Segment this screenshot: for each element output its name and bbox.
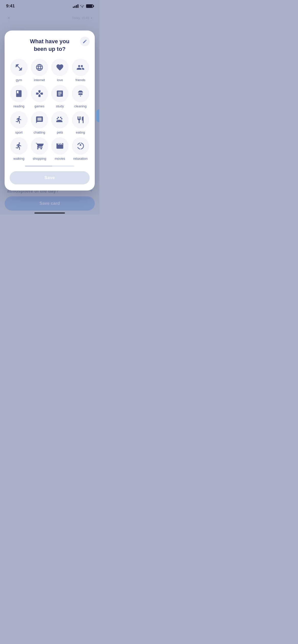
cleaning-label: cleaning xyxy=(74,104,87,108)
eating-icon xyxy=(76,116,85,124)
chatting-label: chatting xyxy=(34,130,45,134)
modal-title: What have youbeen up to? xyxy=(10,38,90,53)
activity-games[interactable]: games xyxy=(30,85,49,108)
signal-icon xyxy=(73,4,78,8)
shopping-icon-wrap xyxy=(31,137,48,155)
save-button[interactable]: Save xyxy=(10,171,90,184)
games-icon xyxy=(35,90,44,98)
activity-reading[interactable]: reading xyxy=(10,85,28,108)
activity-sport[interactable]: sport xyxy=(10,111,28,134)
cleaning-icon-wrap xyxy=(72,85,89,102)
scroll-thumb xyxy=(25,166,52,167)
activity-modal: What have youbeen up to? gym int xyxy=(5,31,95,191)
love-icon-wrap xyxy=(51,59,69,76)
chatting-icon-wrap xyxy=(31,111,48,128)
internet-icon xyxy=(35,63,44,71)
activity-cleaning[interactable]: cleaning xyxy=(71,85,90,108)
relaxation-icon xyxy=(76,142,85,150)
activity-study[interactable]: study xyxy=(51,85,69,108)
cleaning-icon xyxy=(76,90,85,98)
relaxation-icon-wrap xyxy=(72,137,89,155)
activity-shopping[interactable]: shopping xyxy=(30,137,49,160)
status-icons xyxy=(73,4,93,8)
movies-label: movies xyxy=(55,157,65,160)
home-indicator xyxy=(34,212,65,214)
edit-button[interactable] xyxy=(80,37,90,46)
study-label: study xyxy=(56,104,64,108)
games-icon-wrap xyxy=(31,85,48,102)
sport-icon xyxy=(15,116,23,124)
pets-icon-wrap xyxy=(51,111,69,128)
reading-icon xyxy=(15,90,23,98)
scroll-hint-right xyxy=(96,109,99,122)
pencil-icon xyxy=(83,39,87,44)
activity-eating[interactable]: eating xyxy=(71,111,90,134)
activity-internet[interactable]: internet xyxy=(30,59,49,82)
movies-icon-wrap xyxy=(51,137,69,155)
internet-label: internet xyxy=(34,78,45,82)
games-label: games xyxy=(34,104,44,108)
activity-movies[interactable]: movies xyxy=(51,137,69,160)
modal-header: What have youbeen up to? xyxy=(10,38,90,53)
activity-love[interactable]: love xyxy=(51,59,69,82)
activity-chatting[interactable]: chatting xyxy=(30,111,49,134)
activity-friends[interactable]: friends xyxy=(71,59,90,82)
sport-icon-wrap xyxy=(10,111,28,128)
status-bar: 9:41 xyxy=(0,0,99,11)
shopping-label: shopping xyxy=(33,157,46,160)
love-label: love xyxy=(57,78,63,82)
movies-icon xyxy=(56,142,64,150)
friends-icon xyxy=(76,63,85,71)
pets-label: pets xyxy=(57,130,63,134)
internet-icon-wrap xyxy=(31,59,48,76)
study-icon-wrap xyxy=(51,85,69,102)
wifi-icon xyxy=(80,4,85,8)
walking-label: walking xyxy=(13,157,24,160)
activity-grid: gym internet love xyxy=(10,59,90,160)
chatting-icon xyxy=(35,116,44,124)
scroll-indicator xyxy=(25,166,74,167)
activity-walking[interactable]: walking xyxy=(10,137,28,160)
sport-label: sport xyxy=(15,130,23,134)
study-icon xyxy=(56,90,64,98)
friends-label: friends xyxy=(75,78,85,82)
gym-label: gym xyxy=(16,78,22,82)
activity-gym[interactable]: gym xyxy=(10,59,28,82)
reading-label: reading xyxy=(13,104,24,108)
walking-icon-wrap xyxy=(10,137,28,155)
activity-pets[interactable]: pets xyxy=(51,111,69,134)
eating-label: eating xyxy=(76,130,85,134)
pets-icon xyxy=(56,116,64,124)
reading-icon-wrap xyxy=(10,85,28,102)
love-icon xyxy=(56,63,64,71)
gym-icon xyxy=(15,63,23,71)
shopping-icon xyxy=(35,142,44,150)
relaxation-label: relaxation xyxy=(73,157,88,160)
friends-icon-wrap xyxy=(72,59,89,76)
activity-relaxation[interactable]: relaxation xyxy=(71,137,90,160)
status-time: 9:41 xyxy=(6,4,15,9)
gym-icon-wrap xyxy=(10,59,28,76)
battery-icon xyxy=(86,4,93,8)
walking-icon xyxy=(15,142,23,150)
eating-icon-wrap xyxy=(72,111,89,128)
